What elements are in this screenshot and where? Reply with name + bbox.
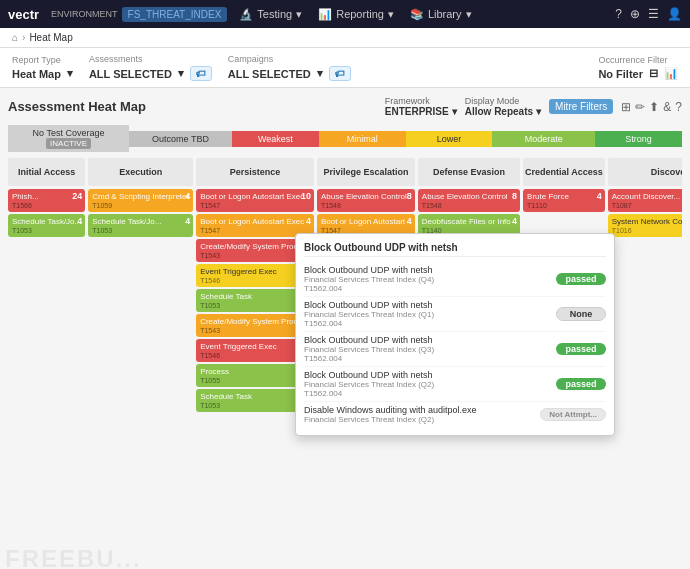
occurrence-label: Occurrence Filter xyxy=(598,55,678,65)
assessments-chevron: ▾ xyxy=(178,67,184,80)
filter-bar: Report Type Heat Map ▾ Assessments ALL S… xyxy=(0,48,690,88)
top-nav: vectr ENVIRONMENT FS_THREAT_INDEX 🔬 Test… xyxy=(0,0,690,28)
settings-icon[interactable]: ⊕ xyxy=(630,7,640,21)
tactic-header-initial-access: Initial Access xyxy=(8,158,85,186)
logo: vectr xyxy=(8,7,39,22)
tactic-header-defense-evasion: Defense Evasion xyxy=(418,158,520,186)
nav-items: 🔬 Testing ▾ 📊 Reporting ▾ 📚 Library ▾ xyxy=(239,8,471,21)
display-mode-dropdown[interactable]: Allow Repeats ▾ xyxy=(465,106,541,117)
tactic-execution: Execution Cmd & Scripting Interpreter4 T… xyxy=(88,158,193,528)
framework-label: Framework xyxy=(385,96,457,106)
campaigns-tag: 🏷 xyxy=(329,66,351,81)
assessments-group: Assessments ALL SELECTED ▾ 🏷 xyxy=(89,54,212,81)
nav-right-icons: ? ⊕ ☰ 👤 xyxy=(615,7,682,21)
help-icon[interactable]: ? xyxy=(615,7,622,21)
watermark: FREEBU... xyxy=(5,545,142,569)
popup-row-1: Block Outbound UDP with netsh Financial … xyxy=(304,262,606,297)
campaigns-group: Campaigns ALL SELECTED ▾ 🏷 xyxy=(228,54,351,81)
environment-label: ENVIRONMENT xyxy=(51,9,118,19)
nav-testing[interactable]: 🔬 Testing ▾ xyxy=(239,8,302,21)
popup-row-5: Disable Windows auditing with auditpol.e… xyxy=(304,402,606,427)
popup-badge-passed-3: passed xyxy=(556,343,606,355)
report-type-label: Report Type xyxy=(12,55,73,65)
display-mode-chevron: ▾ xyxy=(536,106,541,117)
popup-row-3: Block Outbound UDP with netsh Financial … xyxy=(304,332,606,367)
popup-badge-passed-1: passed xyxy=(556,273,606,285)
tactic-header-privilege-escalation: Privilege Escalation xyxy=(317,158,415,186)
icon-controls: ⊞ ✏ ⬆ & ? xyxy=(621,100,682,114)
tactic-header-discovery: Discovery xyxy=(608,158,682,186)
popup-row-text: Disable Windows auditing with auditpol.e… xyxy=(304,405,540,424)
popup-badge-none-2: None xyxy=(556,307,606,321)
occurrence-value[interactable]: No Filter ⊟ 📊 xyxy=(598,67,678,80)
technique-card[interactable]: Abuse Elevation Control8T1548 xyxy=(418,189,520,212)
technique-card[interactable]: Schedule Task/Jo...4 T1053 xyxy=(88,214,193,237)
legend-moderate: Moderate xyxy=(492,131,595,147)
technique-card[interactable]: Schedule Task/Jo...4 T1053 xyxy=(8,214,85,237)
technique-card[interactable]: Boot or Logon Autostart Exec10T1547 xyxy=(196,189,314,212)
inactive-badge: INACTIVE xyxy=(46,138,91,149)
popup-row-text: Block Outbound UDP with netsh Financial … xyxy=(304,335,556,363)
occurrence-filter-group: Occurrence Filter No Filter ⊟ 📊 xyxy=(598,55,678,80)
legend-outcome: Outcome TBD xyxy=(129,131,232,147)
technique-card[interactable]: Brute Force4T1110 xyxy=(523,189,605,212)
popup-header: Block Outbound UDP with netsh xyxy=(304,242,606,257)
nav-library[interactable]: 📚 Library ▾ xyxy=(410,8,472,21)
export-icon[interactable]: ⬆ xyxy=(649,100,659,114)
assessments-value[interactable]: ALL SELECTED ▾ 🏷 xyxy=(89,66,212,81)
edit-icon[interactable]: ✏ xyxy=(635,100,645,114)
popup-row-2: Block Outbound UDP with netsh Financial … xyxy=(304,297,606,332)
framework-dropdown[interactable]: ENTERPRISE ▾ xyxy=(385,106,457,117)
tactic-discovery: Discovery Account Discover...12T1087 Sys… xyxy=(608,158,682,528)
technique-card[interactable]: Account Discover...12T1087 xyxy=(608,189,682,212)
legend-no-test: No Test Coverage INACTIVE xyxy=(8,125,129,152)
breadcrumb-sep: › xyxy=(22,32,25,43)
chart-icon: 📊 xyxy=(664,67,678,80)
campaigns-label: Campaigns xyxy=(228,54,351,64)
breadcrumb: ⌂ › Heat Map xyxy=(0,28,690,48)
legend-strong: Strong xyxy=(595,131,682,147)
tactic-initial-access: Initial Access Phish...24 T1566 Schedule… xyxy=(8,158,85,528)
link-icon[interactable]: & xyxy=(663,100,671,114)
report-type-group: Report Type Heat Map ▾ xyxy=(12,55,73,80)
legend-minimal: Minimal xyxy=(319,131,406,147)
legend-lower: Lower xyxy=(406,131,493,147)
campaigns-value[interactable]: ALL SELECTED ▾ 🏷 xyxy=(228,66,351,81)
technique-card[interactable]: Cmd & Scripting Interpreter4 T1059 xyxy=(88,189,193,212)
env-badge[interactable]: FS_THREAT_INDEX xyxy=(122,7,228,22)
user-icon[interactable]: 👤 xyxy=(667,7,682,21)
tactic-header-persistence: Persistence xyxy=(196,158,314,186)
framework-chevron: ▾ xyxy=(452,106,457,117)
display-mode-group: Display Mode Allow Repeats ▾ xyxy=(465,96,541,117)
menu-icon[interactable]: ☰ xyxy=(648,7,659,21)
legend-bar: No Test Coverage INACTIVE Outcome TBD We… xyxy=(8,125,682,152)
grid-icon[interactable]: ⊞ xyxy=(621,100,631,114)
popup-badge-passed-4: passed xyxy=(556,378,606,390)
technique-card[interactable]: Phish...24 T1566 xyxy=(8,189,85,212)
breadcrumb-current: Heat Map xyxy=(29,32,72,43)
info-icon[interactable]: ? xyxy=(675,100,682,114)
filter-icon: ⊟ xyxy=(649,67,658,80)
campaigns-chevron: ▾ xyxy=(317,67,323,80)
tactic-header-execution: Execution xyxy=(88,158,193,186)
home-icon[interactable]: ⌂ xyxy=(12,32,18,43)
legend-weakest: Weakest xyxy=(232,131,319,147)
popup-row-text: Block Outbound UDP with netsh Financial … xyxy=(304,300,556,328)
display-mode-label: Display Mode xyxy=(465,96,541,106)
assessments-tag: 🏷 xyxy=(190,66,212,81)
assessments-label: Assessments xyxy=(89,54,212,64)
technique-card[interactable]: Abuse Elevation Control8T1548 xyxy=(317,189,415,212)
technique-popup: Block Outbound UDP with netsh Block Outb… xyxy=(295,233,615,436)
popup-row-text: Block Outbound UDP with netsh Financial … xyxy=(304,265,556,293)
tactic-header-credential-access: Credential Access xyxy=(523,158,605,186)
nav-reporting[interactable]: 📊 Reporting ▾ xyxy=(318,8,394,21)
technique-card[interactable]: System Network Config Discovery4T1016 xyxy=(608,214,682,237)
framework-controls: Framework ENTERPRISE ▾ Display Mode Allo… xyxy=(385,96,682,117)
popup-badge-notattmpt-5: Not Attmpt... xyxy=(540,408,606,421)
framework-group: Framework ENTERPRISE ▾ xyxy=(385,96,457,117)
assessment-header: Assessment Heat Map Framework ENTERPRISE… xyxy=(8,96,682,117)
report-type-value[interactable]: Heat Map ▾ xyxy=(12,67,73,80)
popup-row-text: Block Outbound UDP with netsh Financial … xyxy=(304,370,556,398)
mitre-filters-button[interactable]: Mitre Filters xyxy=(549,99,613,114)
main-content: Assessment Heat Map Framework ENTERPRISE… xyxy=(0,88,690,569)
